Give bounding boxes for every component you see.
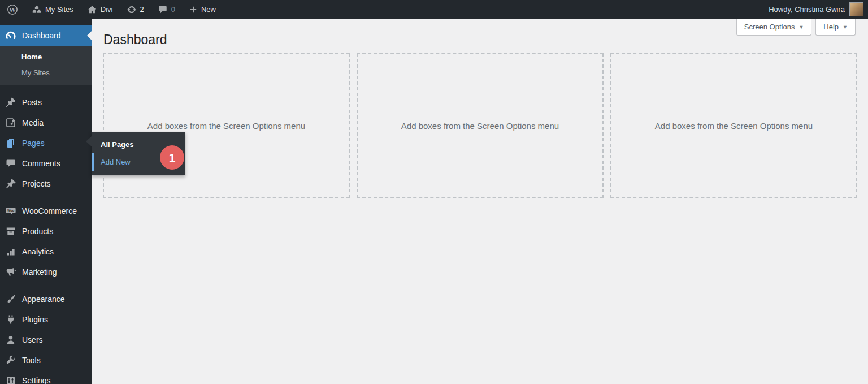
sidebar-item-projects[interactable]: Projects bbox=[0, 174, 92, 194]
help-button[interactable]: Help ▼ bbox=[815, 19, 856, 36]
update-count: 2 bbox=[140, 5, 144, 14]
sidebar-item-label: Users bbox=[22, 335, 43, 345]
sidebar-item-woocommerce[interactable]: Woo WooCommerce bbox=[0, 201, 92, 221]
new-content-menu[interactable]: New bbox=[182, 0, 223, 19]
media-note-icon bbox=[5, 117, 16, 128]
updates-menu[interactable]: 2 bbox=[120, 0, 151, 19]
new-label: New bbox=[201, 5, 216, 14]
admin-sidebar: Dashboard Home My Sites Posts Media Page… bbox=[0, 19, 92, 384]
sidebar-item-label: Projects bbox=[22, 179, 51, 189]
sidebar-item-label: Tools bbox=[22, 355, 41, 365]
comments-menu[interactable]: 0 bbox=[151, 0, 182, 19]
empty-column-hint: Add boxes from the Screen Options menu bbox=[147, 121, 305, 131]
paintbrush-icon bbox=[5, 294, 16, 305]
admin-bar-left: W My Sites Divi 2 0 bbox=[0, 0, 223, 19]
user-avatar[interactable] bbox=[849, 2, 863, 16]
sidebar-item-posts[interactable]: Posts bbox=[0, 92, 92, 113]
update-icon bbox=[127, 5, 137, 15]
comment-bubble-icon bbox=[5, 158, 16, 169]
comment-count: 0 bbox=[171, 5, 175, 14]
submenu-item-my-sites[interactable]: My Sites bbox=[0, 65, 92, 81]
network-sites-icon bbox=[32, 5, 42, 15]
sidebar-item-settings[interactable]: Settings bbox=[0, 370, 92, 384]
user-icon bbox=[5, 334, 16, 346]
empty-widget-column-2: Add boxes from the Screen Options menu bbox=[357, 53, 604, 198]
dashboard-submenu: Home My Sites bbox=[0, 46, 92, 85]
empty-column-hint: Add boxes from the Screen Options menu bbox=[401, 121, 559, 131]
dashboard-widget-area: Add boxes from the Screen Options menu A… bbox=[92, 48, 868, 198]
woocommerce-bubble-icon: Woo bbox=[5, 205, 16, 217]
empty-widget-column-3: Add boxes from the Screen Options menu bbox=[610, 53, 857, 198]
sidebar-item-label: Comments bbox=[22, 158, 60, 169]
my-sites-label: My Sites bbox=[45, 5, 73, 14]
sidebar-item-label: Products bbox=[22, 226, 53, 236]
screen-options-button[interactable]: Screen Options ▼ bbox=[736, 19, 812, 36]
dashboard-gauge-icon bbox=[5, 30, 16, 41]
plus-icon bbox=[189, 5, 198, 14]
sidebar-item-analytics[interactable]: Analytics bbox=[0, 241, 92, 262]
sidebar-item-label: Plugins bbox=[22, 314, 48, 325]
megaphone-icon bbox=[5, 266, 16, 278]
bar-chart-icon bbox=[5, 246, 16, 257]
my-sites-menu[interactable]: My Sites bbox=[25, 0, 80, 19]
pushpin-icon bbox=[5, 97, 16, 108]
step-annotation-badge: 1 bbox=[160, 145, 184, 170]
svg-text:W: W bbox=[8, 6, 16, 12]
main-content: Screen Options ▼ Help ▼ Dashboard Add bo… bbox=[92, 19, 868, 384]
sidebar-item-label: Dashboard bbox=[22, 31, 61, 41]
empty-column-hint: Add boxes from the Screen Options menu bbox=[655, 121, 813, 131]
sidebar-item-dashboard[interactable]: Dashboard bbox=[0, 25, 92, 46]
sidebar-item-products[interactable]: Products bbox=[0, 221, 92, 241]
comment-bubble-icon bbox=[158, 5, 168, 15]
site-name-label: Divi bbox=[101, 5, 113, 14]
sidebar-item-tools[interactable]: Tools bbox=[0, 350, 92, 370]
wrench-icon bbox=[5, 355, 16, 366]
settings-sliders-icon bbox=[5, 375, 16, 384]
screen-options-label: Screen Options bbox=[744, 23, 795, 31]
pages-stack-icon bbox=[5, 137, 16, 149]
sidebar-item-label: Settings bbox=[22, 376, 51, 384]
sidebar-item-comments[interactable]: Comments bbox=[0, 153, 92, 174]
chevron-down-icon: ▼ bbox=[843, 24, 848, 30]
admin-bar-right: Howdy, Christina Gwira bbox=[769, 0, 868, 19]
sidebar-item-media[interactable]: Media bbox=[0, 113, 92, 133]
plug-icon bbox=[5, 314, 16, 325]
archive-box-icon bbox=[5, 226, 16, 237]
sidebar-item-pages[interactable]: Pages bbox=[0, 133, 92, 153]
sidebar-item-label: Appearance bbox=[22, 294, 65, 304]
screen-meta-links: Screen Options ▼ Help ▼ bbox=[736, 19, 856, 36]
sidebar-item-label: Media bbox=[22, 118, 44, 128]
sidebar-item-label: Pages bbox=[22, 138, 45, 148]
pushpin-icon bbox=[5, 178, 16, 189]
admin-bar: W My Sites Divi 2 0 bbox=[0, 0, 868, 19]
sidebar-item-appearance[interactable]: Appearance bbox=[0, 289, 92, 309]
sidebar-item-label: WooCommerce bbox=[22, 206, 77, 216]
wp-logo-menu[interactable]: W bbox=[0, 0, 25, 19]
submenu-item-home[interactable]: Home bbox=[0, 49, 92, 65]
sidebar-item-label: Analytics bbox=[22, 247, 54, 257]
svg-text:Woo: Woo bbox=[7, 209, 15, 212]
home-icon bbox=[87, 5, 97, 15]
empty-widget-column-1: Add boxes from the Screen Options menu bbox=[103, 53, 350, 198]
site-name-menu[interactable]: Divi bbox=[80, 0, 120, 19]
sidebar-item-label: Marketing bbox=[22, 267, 57, 277]
chevron-down-icon: ▼ bbox=[798, 24, 804, 30]
howdy-account-menu[interactable]: Howdy, Christina Gwira bbox=[769, 5, 845, 14]
help-label: Help bbox=[823, 23, 839, 31]
sidebar-item-marketing[interactable]: Marketing bbox=[0, 262, 92, 282]
sidebar-item-users[interactable]: Users bbox=[0, 330, 92, 350]
sidebar-item-plugins[interactable]: Plugins bbox=[0, 309, 92, 330]
wordpress-logo-icon: W bbox=[7, 4, 18, 15]
sidebar-item-label: Posts bbox=[22, 97, 42, 107]
